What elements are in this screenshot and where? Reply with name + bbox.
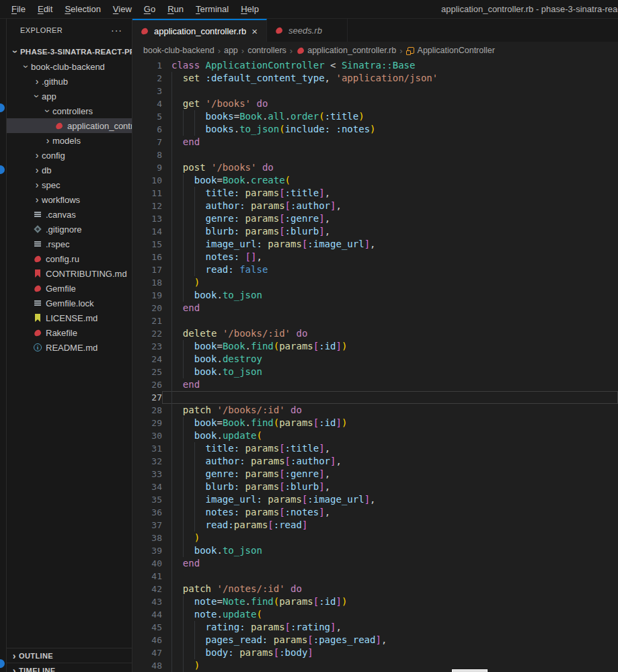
menu-selection[interactable]: Selection	[59, 2, 106, 16]
code-line-content[interactable]: end	[162, 302, 618, 314]
section-outline[interactable]: ›OUTLINE	[7, 648, 132, 663]
code-line-content[interactable]: book.to_json	[162, 366, 618, 378]
code-line-content[interactable]: delete '/books/:id' do	[162, 327, 618, 340]
code-line-content[interactable]: get '/books' do	[162, 97, 618, 110]
code-line-content[interactable]: book.to_json	[162, 289, 618, 302]
code-line-content[interactable]: books.to_json(include: :notes)	[162, 123, 618, 136]
code-line-content[interactable]: body: params[:body]	[162, 646, 618, 659]
code-line-content[interactable]: read:params[:read]	[162, 519, 618, 532]
breadcrumb-separator: ›	[399, 46, 402, 56]
code-line: 31 title: params[:title],	[132, 442, 618, 455]
breadcrumb-item-application-controller-rb[interactable]: application_controller.rb	[296, 46, 396, 55]
tree-item-controllers[interactable]: ›controllers	[7, 103, 132, 118]
tree-item-config[interactable]: ›config	[7, 148, 132, 163]
code-line-content[interactable]: image_url: params[:image_url],	[162, 493, 618, 506]
section-timeline[interactable]: ›TIMELINE	[7, 663, 132, 672]
code-token: (	[274, 596, 279, 607]
tree-item--gitignore[interactable]: .gitignore	[7, 222, 132, 237]
code-line-content[interactable]	[162, 85, 618, 97]
tree-item-rakefile[interactable]: Rakefile	[7, 325, 132, 340]
code-line-content[interactable]: )	[162, 532, 618, 544]
tree-item-gemfile-lock[interactable]: Gemfile.lock	[7, 296, 132, 310]
code-line-content[interactable]	[162, 314, 618, 327]
menu-terminal[interactable]: Terminal	[190, 2, 235, 16]
code-line-content[interactable]	[162, 149, 618, 161]
tab-seeds-rb[interactable]: seeds.rb	[267, 19, 348, 42]
tree-item-config-ru[interactable]: config.ru	[7, 251, 132, 266]
code-line-content[interactable]: blurb: params[:blurb],	[162, 225, 618, 238]
code-line-content[interactable]: set :default_content_type, 'application/…	[162, 72, 618, 85]
code-line-content[interactable]: book=Book.find(params[:id])	[162, 340, 618, 353]
menu-file[interactable]: File	[5, 2, 32, 16]
tree-item-book-club-backend[interactable]: ›book-club-backend	[7, 59, 132, 74]
code-line-content[interactable]: patch '/notes/:id' do	[162, 583, 618, 595]
tree-item-application-controll-[interactable]: application_controll...	[7, 118, 132, 133]
code-line-content[interactable]: genre: params[:genre],	[162, 468, 618, 480]
code-line-content[interactable]: image_url: params[:image_url],	[162, 238, 618, 251]
breadcrumb-item-controllers[interactable]: controllers	[247, 46, 286, 55]
code-line-content[interactable]: book=Book.create(	[162, 174, 618, 187]
code-line-content[interactable]: book.destroy	[162, 353, 618, 366]
tree-item-app[interactable]: ›app	[7, 89, 132, 103]
code-line-content[interactable]: author: params[:author],	[162, 455, 618, 468]
code-line-content[interactable]: pages_read: params[:pages_read],	[162, 634, 618, 646]
code-line-content[interactable]: title: params[:title],	[162, 442, 618, 455]
tree-item-contributing-md[interactable]: CONTRIBUTING.md	[7, 266, 132, 281]
tree-item--github[interactable]: ›.github	[7, 74, 132, 89]
menu-run[interactable]: Run	[161, 2, 190, 16]
code-line-content[interactable]: genre: params[:genre],	[162, 212, 618, 225]
code-line-content[interactable]: book=Book.find(params[:id])	[162, 417, 618, 429]
tab-close-icon[interactable]: ×	[249, 26, 260, 37]
code-line-content[interactable]: post '/books' do	[162, 161, 618, 174]
menu-view[interactable]: View	[107, 2, 138, 16]
code-line: 21	[132, 314, 618, 327]
code-token: book	[194, 430, 217, 441]
code-line-content[interactable]: end	[162, 136, 618, 149]
line-number: 7	[132, 136, 162, 149]
tree-item-gemfile[interactable]: Gemfile	[7, 281, 132, 296]
tree-item-license-md[interactable]: LICENSE.md	[7, 310, 132, 325]
breadcrumb-item-book-club-backend[interactable]: book-club-backend	[143, 46, 215, 55]
code-line-content[interactable]: book.update(	[162, 429, 618, 442]
tree-item-workflows[interactable]: ›workflows	[7, 192, 132, 207]
lines-file-icon	[34, 300, 41, 302]
tree-item-db[interactable]: ›db	[7, 163, 132, 177]
code-line: 44 note.update(	[132, 608, 618, 621]
menu-help[interactable]: Help	[235, 2, 265, 16]
code-line-content[interactable]: notes: [],	[162, 251, 618, 263]
code-line-content[interactable]: )	[162, 659, 618, 672]
code-token: ]	[319, 443, 324, 454]
tab-application-controller-rb[interactable]: application_controller.rb×	[132, 19, 267, 42]
breadcrumb-item-app[interactable]: app	[224, 46, 238, 55]
code-line-content[interactable]: )	[162, 276, 618, 289]
code-line-content[interactable]	[162, 391, 618, 404]
code-line-content[interactable]: note.update(	[162, 608, 618, 621]
tree-item--rspec[interactable]: .rspec	[7, 237, 132, 251]
tree-item-spec[interactable]: ›spec	[7, 177, 132, 192]
code-line-content[interactable]: author: params[:author],	[162, 200, 618, 212]
code-line-content[interactable]: patch '/books/:id' do	[162, 404, 618, 417]
tree-item-phase-3-sinatra-react-pr-[interactable]: ›PHASE-3-SINATRA-REACT-PR...	[7, 44, 132, 59]
tree-item--canvas[interactable]: .canvas	[7, 207, 132, 222]
code-line-content[interactable]: book.to_json	[162, 544, 618, 557]
code-line-content[interactable]: end	[162, 557, 618, 570]
code-line-content[interactable]: notes: params[:notes],	[162, 506, 618, 519]
activity-strip	[0, 19, 7, 672]
code-line-content[interactable]: books=Book.all.order(:title)	[162, 110, 618, 123]
tree-item-readme-md[interactable]: iREADME.md	[7, 340, 132, 355]
code-line-content[interactable]: read: false	[162, 263, 618, 276]
code-line-content[interactable]	[162, 570, 618, 583]
breadcrumb-item-applicationcontroller[interactable]: ApplicationController	[406, 46, 495, 55]
menu-edit[interactable]: Edit	[32, 2, 59, 16]
tree-item-models[interactable]: ›models	[7, 133, 132, 148]
more-actions-icon[interactable]: ···	[111, 25, 122, 36]
code-line-content[interactable]: end	[162, 378, 618, 391]
chevron-down-icon: ›	[32, 91, 42, 101]
code-line-content[interactable]: class ApplicationController < Sinatra::B…	[162, 59, 618, 72]
menu-go[interactable]: Go	[138, 2, 161, 16]
code-line-content[interactable]: rating: params[:rating],	[162, 621, 618, 634]
code-line-content[interactable]: title: params[:title],	[162, 187, 618, 200]
code-line-content[interactable]: note=Note.find(params[:id])	[162, 595, 618, 608]
tree-item-label: book-club-backend	[31, 62, 105, 72]
code-line-content[interactable]: blurb: params[:blurb],	[162, 480, 618, 493]
